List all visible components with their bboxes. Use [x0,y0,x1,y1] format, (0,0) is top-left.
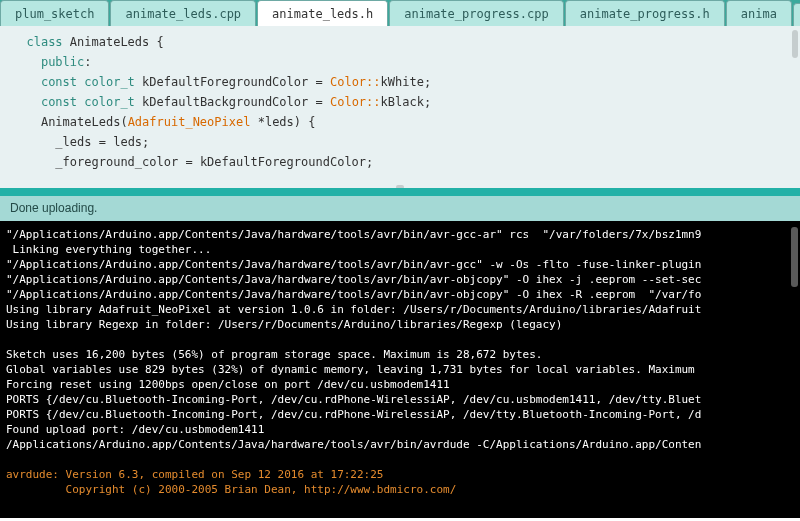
code-line: _foreground_color = kDefaultForegroundCo… [12,152,790,172]
tab-label: animate_progress.cpp [404,7,549,21]
token-id: kDefaultForegroundColor [142,75,308,89]
editor-scrollbar[interactable] [792,30,798,170]
code-line: const color_t kDefaultBackgroundColor = … [12,92,790,112]
tab-bar: plum_sketchanimate_leds.cppanimate_leds.… [0,0,800,26]
token-id: _leds [55,135,91,149]
console-line: /Applications/Arduino.app/Contents/Java/… [6,437,794,452]
token-op: = [315,95,322,109]
tab-label: animate_progress.h [580,7,710,21]
tab-anima[interactable]: anima [726,0,792,26]
token-op: = [99,135,106,149]
console-scrollbar[interactable] [791,221,798,518]
console-line: PORTS {/dev/cu.Bluetooth-Incoming-Port, … [6,392,794,407]
token-op: ) [294,115,301,129]
console-output[interactable]: "/Applications/Arduino.app/Contents/Java… [0,221,800,503]
token-id: kBlack [381,95,424,109]
code-editor-pane[interactable]: class AnimateLeds { public: const color_… [0,26,800,196]
token-id: leds [113,135,142,149]
tab-animate-progress-cpp[interactable]: animate_progress.cpp [389,0,564,26]
token-id: leds [265,115,294,129]
console-line [6,332,794,347]
console-line: Global variables use 829 bytes (32%) of … [6,362,794,377]
code-line: _leds = leds; [12,132,790,152]
token-op: ; [142,135,149,149]
token-op: { [308,115,315,129]
token-op: = [185,155,192,169]
token-cls: Color [330,75,366,89]
tab-label: animate_leds.cpp [125,7,241,21]
token-type: color_t [84,75,135,89]
token-op: ; [366,155,373,169]
token-cls: Color [330,95,366,109]
tab-label: animate_leds.h [272,7,373,21]
token-id: AnimateLeds [41,115,120,129]
console-line: "/Applications/Arduino.app/Contents/Java… [6,227,794,242]
console-line: "/Applications/Arduino.app/Contents/Java… [6,272,794,287]
console-line: "/Applications/Arduino.app/Contents/Java… [6,287,794,302]
editor-resize-indicator [396,185,404,189]
token-op: ( [120,115,127,129]
console-line: Found upload port: /dev/cu.usbmodem1411 [6,422,794,437]
token-kw: const [41,75,77,89]
code-line: AnimateLeds(Adafruit_NeoPixel *leds) { [12,112,790,132]
token-cls: Adafruit_NeoPixel [128,115,251,129]
console-scrollbar-thumb[interactable] [791,227,798,287]
console-line: Sketch uses 16,200 bytes (56%) of progra… [6,347,794,362]
token-op: ; [424,75,431,89]
console-pane: "/Applications/Arduino.app/Contents/Java… [0,221,800,518]
console-line: PORTS {/dev/cu.Bluetooth-Incoming-Port, … [6,407,794,422]
token-id: kDefaultForegroundColor [200,155,366,169]
tab-label: anima [741,7,777,21]
token-op: ; [424,95,431,109]
tab-animate-leds-cpp[interactable]: animate_leds.cpp [110,0,256,26]
token-kw: const [41,95,77,109]
tab-animate-progress-h[interactable]: animate_progress.h [565,0,725,26]
status-bar: Done uploading. [0,196,800,221]
console-line: Using library Adafruit_NeoPixel at versi… [6,302,794,317]
console-line: avrdude: Version 6.3, compiled on Sep 12… [6,467,794,482]
tab-label: plum_sketch [15,7,94,21]
token-id: kWhite [381,75,424,89]
console-line: Using library Regexp in folder: /Users/r… [6,317,794,332]
console-line: Forcing reset using 1200bps open/close o… [6,377,794,392]
tab-overflow[interactable]: runn [793,3,800,26]
token-kw: class [26,35,62,49]
token-scope: :: [366,75,380,89]
code-line: class AnimateLeds { [12,32,790,52]
tab-plum-sketch[interactable]: plum_sketch [0,0,109,26]
code-line: public: [12,52,790,72]
token-id: AnimateLeds [70,35,149,49]
token-op: * [258,115,265,129]
tab-animate-leds-h[interactable]: animate_leds.h [257,0,388,26]
status-text: Done uploading. [10,201,97,215]
console-line: "/Applications/Arduino.app/Contents/Java… [6,257,794,272]
console-line: Linking everything together... [6,242,794,257]
token-id: kDefaultBackgroundColor [142,95,308,109]
token-op: : [84,55,91,69]
token-op: = [315,75,322,89]
console-line [6,452,794,467]
token-id: _foreground_color [55,155,178,169]
editor-scrollbar-thumb[interactable] [792,30,798,58]
token-scope: :: [366,95,380,109]
token-op: { [157,35,164,49]
code-editor[interactable]: class AnimateLeds { public: const color_… [0,26,800,178]
code-line: const color_t kDefaultForegroundColor = … [12,72,790,92]
token-type: color_t [84,95,135,109]
console-line: Copyright (c) 2000-2005 Brian Dean, http… [6,482,794,497]
token-acc: public [41,55,84,69]
